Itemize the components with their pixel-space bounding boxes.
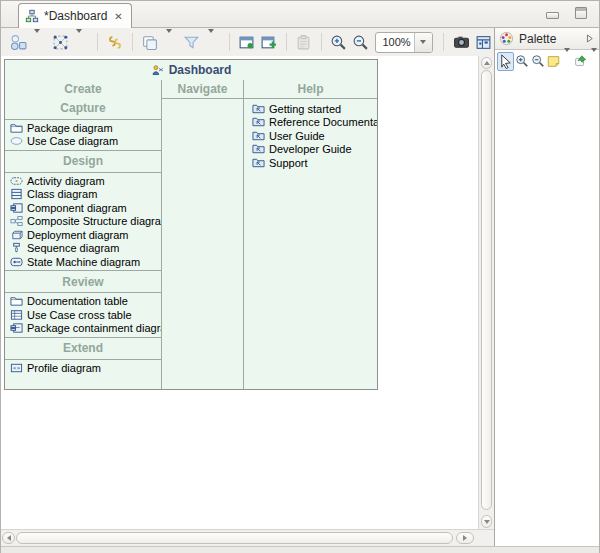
copy-appearance-icon: [141, 34, 158, 51]
dashboard-item-state-machine-diagram[interactable]: State Machine diagram: [5, 255, 161, 269]
dashboard-item-package-containment-diagram[interactable]: Package containment diagram: [5, 322, 161, 336]
zoom-level-value: 100%: [376, 33, 413, 52]
activity-icon: [10, 175, 23, 187]
item-label: Activity diagram: [27, 175, 105, 187]
dashboard-item-deployment-diagram[interactable]: Deployment diagram: [5, 228, 161, 242]
extend-header: Extend: [5, 339, 161, 357]
item-label: Deployment diagram: [27, 229, 129, 241]
dashboard-icon: [151, 64, 164, 77]
sequence-icon: [10, 242, 23, 254]
palette-zoom-in-tool[interactable]: [515, 52, 530, 71]
help-item-reference-documentation[interactable]: Reference Documentation: [244, 116, 377, 130]
dashboard-item-use-case-diagram[interactable]: Use Case diagram: [5, 135, 161, 149]
vertical-scroll-thumb[interactable]: [481, 70, 492, 510]
dashboard-item-documentation-table[interactable]: Documentation table: [5, 295, 161, 309]
zoom-dropdown-button[interactable]: [414, 33, 432, 52]
scroll-left-button[interactable]: [2, 532, 15, 544]
help-item-user-guide[interactable]: User Guide: [244, 129, 377, 143]
pin-tool[interactable]: [573, 52, 588, 71]
helptopic-icon: [252, 116, 265, 128]
help-column: Help Getting started Reference Documenta…: [244, 80, 377, 389]
tab-dashboard[interactable]: *Dashboard: [18, 3, 132, 28]
note-tool[interactable]: [546, 52, 561, 71]
zoom-out-button[interactable]: [349, 31, 371, 53]
dashboard-item-class-diagram[interactable]: Class diagram: [5, 188, 161, 202]
scroll-up-button[interactable]: [481, 57, 492, 69]
divider: [97, 33, 98, 51]
item-label: State Machine diagram: [27, 256, 140, 268]
zoom-level-combo[interactable]: 100%: [375, 32, 433, 53]
item-label: Class diagram: [27, 188, 97, 200]
help-item-developer-guide[interactable]: Developer Guide: [244, 143, 377, 157]
help-header: Help: [244, 80, 377, 99]
chevron-down-icon[interactable]: [589, 49, 599, 73]
layout-button[interactable]: [7, 31, 29, 53]
diagram-canvas: Dashboard Create Capture Package diagram…: [1, 56, 478, 529]
palette-header[interactable]: Palette: [495, 28, 599, 50]
pin-icon: [573, 54, 588, 68]
dashboard-item-composite-structure-diagram[interactable]: Composite Structure diagram: [5, 215, 161, 229]
note-icon: [546, 54, 561, 68]
dashboard-item-package-diagram[interactable]: Package diagram: [5, 121, 161, 135]
helptopic-icon: [252, 130, 265, 142]
horizontal-scrollbar[interactable]: [1, 529, 494, 546]
maximize-icon[interactable]: [575, 7, 587, 19]
dashboard-item-sequence-diagram[interactable]: Sequence diagram: [5, 242, 161, 256]
dashboard-item-component-diagram[interactable]: Component diagram: [5, 201, 161, 215]
overview-button[interactable]: [472, 31, 494, 53]
horizontal-scroll-thumb[interactable]: [16, 532, 453, 544]
dashboard-item-profile-diagram[interactable]: «» Profile diagram: [5, 361, 161, 375]
diagram-tab-icon: [25, 9, 39, 23]
dashboard-title: Dashboard: [169, 63, 232, 77]
snapshot-window-icon: [238, 34, 255, 51]
table-icon: [10, 309, 23, 321]
divider: [5, 359, 161, 360]
helptopic-icon: [252, 143, 265, 155]
zoom-in-button[interactable]: [327, 31, 349, 53]
component-icon: [10, 202, 23, 214]
item-label: Profile diagram: [27, 362, 101, 374]
chevron-down-icon[interactable]: [161, 29, 177, 55]
help-item-support[interactable]: Support: [244, 156, 377, 170]
select-graph-button[interactable]: [49, 31, 71, 53]
chevron-down-icon[interactable]: [29, 29, 45, 55]
divider: [5, 119, 161, 120]
collapse-arrow-icon[interactable]: [584, 33, 595, 44]
select-tool[interactable]: [497, 52, 514, 71]
divider: [5, 337, 161, 338]
vertical-scrollbar[interactable]: [478, 56, 494, 529]
divider: [5, 292, 161, 293]
dashboard-item-activity-diagram[interactable]: Activity diagram: [5, 174, 161, 188]
minimize-icon[interactable]: [546, 12, 559, 19]
new-window-button[interactable]: [258, 31, 280, 53]
link-button[interactable]: [104, 31, 126, 53]
divider: [5, 150, 161, 151]
camera-button[interactable]: [450, 31, 472, 53]
snapshot-window-button[interactable]: [236, 31, 258, 53]
chevron-down-icon[interactable]: [203, 29, 219, 55]
layout-icon: [10, 34, 27, 51]
scroll-right-button[interactable]: [456, 532, 474, 544]
help-item-getting-started[interactable]: Getting started: [244, 102, 377, 116]
containment-icon: [10, 322, 23, 334]
copy-appearance-button[interactable]: [139, 31, 161, 53]
palette-zoom-out-tool[interactable]: [531, 52, 546, 71]
divider: [443, 33, 444, 51]
composite-icon: [10, 215, 23, 227]
create-column: Create Capture Package diagram Use Case …: [5, 80, 162, 389]
scroll-down-button[interactable]: [481, 515, 492, 528]
tab-title: *Dashboard: [44, 9, 107, 23]
folder-icon: [10, 295, 23, 307]
navigate-column: Navigate: [162, 80, 244, 389]
filter-button[interactable]: [181, 31, 203, 53]
close-icon[interactable]: [112, 11, 124, 22]
item-label: Support: [269, 157, 308, 169]
chevron-down-icon[interactable]: [562, 49, 572, 73]
tab-strip: *Dashboard: [1, 1, 599, 28]
select-graph-icon: [52, 34, 69, 51]
dashboard-item-use-case-cross-table[interactable]: Use Case cross table: [5, 308, 161, 322]
zoom-out-icon: [531, 54, 545, 68]
status-bar: [1, 546, 599, 553]
chevron-down-icon[interactable]: [71, 29, 87, 55]
item-label: Package diagram: [27, 122, 113, 134]
